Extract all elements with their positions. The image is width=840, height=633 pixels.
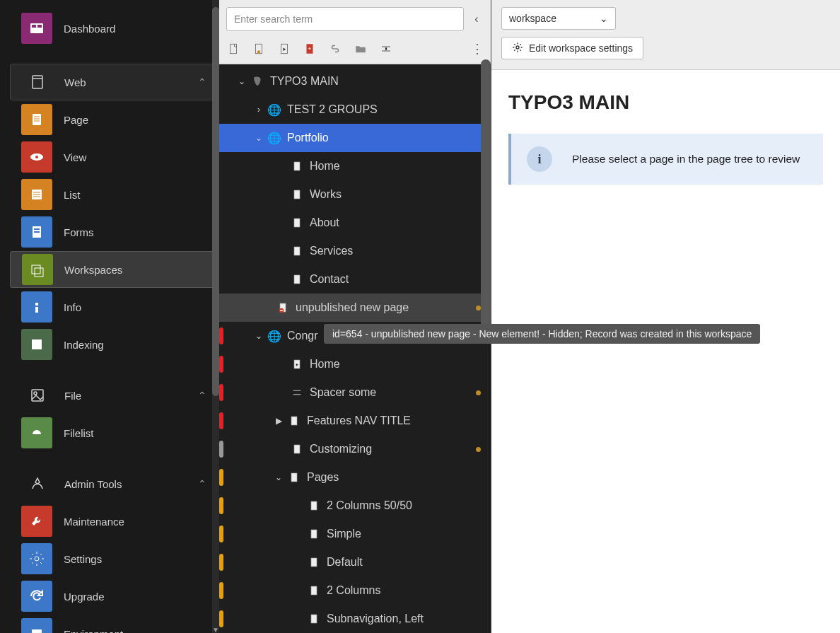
sidebar-item-filelist[interactable]: Filelist — [10, 414, 218, 451]
module-sidebar: ▲ ▼ Dashboard Web ⌃ Page View List Forms… — [0, 0, 219, 633]
workspace-marker-red-icon — [219, 384, 223, 401]
svg-rect-58 — [311, 586, 317, 595]
page-icon — [307, 527, 321, 541]
tree-node-subnav[interactable]: Subnavigation, Left — [219, 605, 491, 633]
chevron-right-icon[interactable]: › — [253, 105, 264, 115]
svg-rect-2 — [37, 25, 42, 28]
sidebar-item-label: Forms — [64, 226, 94, 238]
workspaces-icon — [22, 254, 53, 285]
sidebar-group-web-label: Web — [64, 76, 86, 88]
tree-node-pages[interactable]: ⌄ Pages — [219, 463, 491, 492]
svg-rect-52 — [291, 417, 297, 425]
sidebar-group-file-label: File — [64, 390, 81, 402]
sidebar-scrollbar-thumb[interactable] — [212, 7, 219, 396]
sidebar-group-file[interactable]: File ⌃ — [10, 377, 218, 414]
tree-label: Home — [310, 160, 340, 173]
workspace-marker-orange-icon — [219, 554, 223, 571]
svg-rect-19 — [35, 268, 43, 277]
svg-rect-17 — [34, 231, 40, 233]
page-icon — [290, 272, 304, 286]
tree-node-portfolio[interactable]: ⌄ 🌐 Portfolio — [219, 124, 491, 152]
workspace-selector[interactable]: workspace ⌄ — [501, 7, 616, 30]
tree-node-works[interactable]: Works — [219, 180, 491, 209]
tree-label: Works — [310, 188, 342, 201]
sidebar-dashboard[interactable]: Dashboard — [10, 7, 218, 50]
collapse-tree-icon[interactable]: ‹ — [469, 13, 484, 25]
chevron-right-icon[interactable]: ▶ — [273, 416, 284, 426]
chevron-down-icon[interactable]: ⌄ — [236, 76, 247, 86]
sidebar-item-forms[interactable]: Forms — [10, 214, 218, 250]
svg-text:+: + — [308, 45, 311, 52]
new-mount-icon[interactable]: + — [303, 42, 317, 56]
svg-point-60 — [516, 46, 519, 49]
chevron-down-icon[interactable]: ⌄ — [273, 472, 284, 482]
svg-point-31 — [257, 50, 261, 54]
file-group-icon — [22, 380, 53, 411]
edit-workspace-button[interactable]: Edit workspace settings — [501, 37, 643, 59]
sidebar-item-label: Environment — [64, 628, 123, 634]
chevron-down-icon[interactable]: ⌄ — [253, 331, 264, 341]
tree-node-default[interactable]: Default — [219, 548, 491, 576]
list-icon — [21, 179, 52, 210]
new-shortcut-icon[interactable] — [277, 42, 291, 56]
svg-marker-33 — [284, 48, 286, 52]
new-spacer-icon[interactable] — [379, 42, 393, 56]
sidebar-item-environment[interactable]: Environment — [10, 615, 218, 633]
sidebar-item-workspaces[interactable]: Workspaces — [10, 251, 218, 288]
tree-scrollbar-thumb[interactable] — [481, 59, 491, 328]
globe-icon: 🌐 — [267, 103, 281, 117]
tree-node-spacer[interactable]: Spacer some — [219, 378, 491, 407]
typo3-icon — [250, 74, 264, 88]
sidebar-item-view[interactable]: View — [10, 139, 218, 175]
page-icon — [307, 499, 321, 513]
chevron-down-icon[interactable]: ⌄ — [253, 133, 264, 143]
tree-node-2col50[interactable]: 2 Columns 50/50 — [219, 492, 491, 520]
globe-icon: 🌐 — [267, 329, 281, 343]
svg-rect-3 — [33, 76, 42, 88]
sidebar-item-label: Page — [64, 114, 88, 126]
tree-node-unpublished[interactable]: unpublished new page — [219, 294, 491, 322]
sidebar-item-page[interactable]: Page — [10, 101, 218, 138]
tree-node-contact[interactable]: Contact — [219, 265, 491, 294]
sidebar-scrollbar-track — [212, 0, 219, 633]
workspace-toolbar: workspace ⌄ Edit workspace settings — [491, 0, 840, 70]
tree-node-test2[interactable]: › 🌐 TEST 2 GROUPS — [219, 95, 491, 124]
tree-node-features[interactable]: ▶ Features NAV TITLE — [219, 407, 491, 435]
sidebar-item-list[interactable]: List — [10, 176, 218, 213]
maintenance-icon — [21, 506, 52, 537]
tree-node-simple[interactable]: Simple — [219, 520, 491, 548]
sidebar-item-indexing[interactable]: Indexing — [10, 326, 218, 363]
new-page-icon[interactable] — [226, 42, 240, 56]
tree-node-services[interactable]: Services — [219, 237, 491, 265]
sidebar-item-info[interactable]: Info — [10, 289, 218, 325]
tree-label: Portfolio — [287, 132, 329, 144]
tree-label: TEST 2 GROUPS — [287, 103, 378, 116]
page-icon — [290, 442, 304, 456]
sidebar-item-upgrade[interactable]: Upgrade — [10, 578, 218, 615]
more-options-icon[interactable]: ⋮ — [471, 41, 484, 57]
tree-scrollbar-track — [481, 59, 491, 633]
workspace-change-dot-icon — [476, 306, 481, 310]
sidebar-group-admin[interactable]: Admin Tools ⌃ — [10, 465, 218, 502]
new-user-page-icon[interactable] — [252, 42, 266, 56]
page-icon — [307, 612, 321, 626]
page-icon — [290, 244, 304, 258]
gear-icon — [512, 42, 523, 55]
tree-node-home2[interactable]: Home — [219, 350, 491, 378]
tree-node-home[interactable]: Home — [219, 152, 491, 180]
tree-node-customizing[interactable]: Customizing — [219, 435, 491, 463]
sidebar-group-web[interactable]: Web ⌃ — [10, 64, 218, 100]
chevron-down-icon: ⌄ — [600, 13, 608, 24]
tree-node-about[interactable]: About — [219, 209, 491, 237]
new-link-icon[interactable] — [328, 42, 342, 56]
tree-search-input[interactable] — [226, 7, 464, 31]
tree-root[interactable]: ⌄ TYPO3 MAIN — [219, 67, 491, 95]
sidebar-item-settings[interactable]: Settings — [10, 540, 218, 577]
tree-node-2col[interactable]: 2 Columns — [219, 576, 491, 605]
info-icon — [21, 291, 52, 323]
scroll-down-arrow[interactable]: ▼ — [212, 626, 219, 633]
sidebar-item-maintenance[interactable]: Maintenance — [10, 503, 218, 540]
filelist-icon — [21, 417, 52, 448]
svg-rect-40 — [294, 162, 300, 170]
new-folder-icon[interactable] — [354, 42, 368, 56]
